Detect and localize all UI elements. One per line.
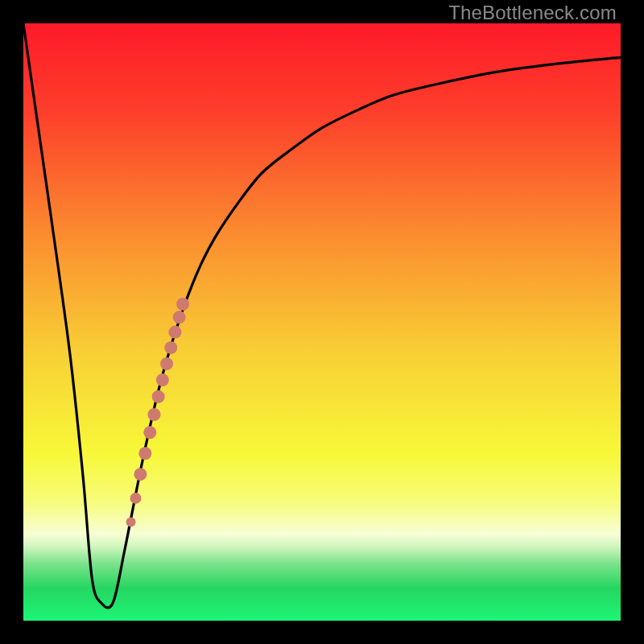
watermark-text: TheBottleneck.com: [448, 2, 617, 24]
data-dot: [143, 426, 156, 439]
data-dot: [173, 311, 186, 324]
data-dot: [152, 390, 165, 403]
gradient-background: [23, 23, 621, 621]
data-dot: [130, 493, 141, 504]
data-dot: [138, 447, 151, 460]
data-dot: [134, 468, 147, 481]
data-dot: [164, 341, 177, 354]
chart-svg: [23, 23, 621, 621]
data-dot: [176, 298, 189, 311]
data-dot: [168, 326, 181, 339]
data-dot: [160, 357, 173, 370]
chart-frame: TheBottleneck.com: [0, 0, 644, 644]
plot-area: [23, 23, 621, 621]
data-dot: [147, 408, 160, 421]
data-dot: [156, 374, 169, 386]
data-dot: [126, 518, 136, 527]
